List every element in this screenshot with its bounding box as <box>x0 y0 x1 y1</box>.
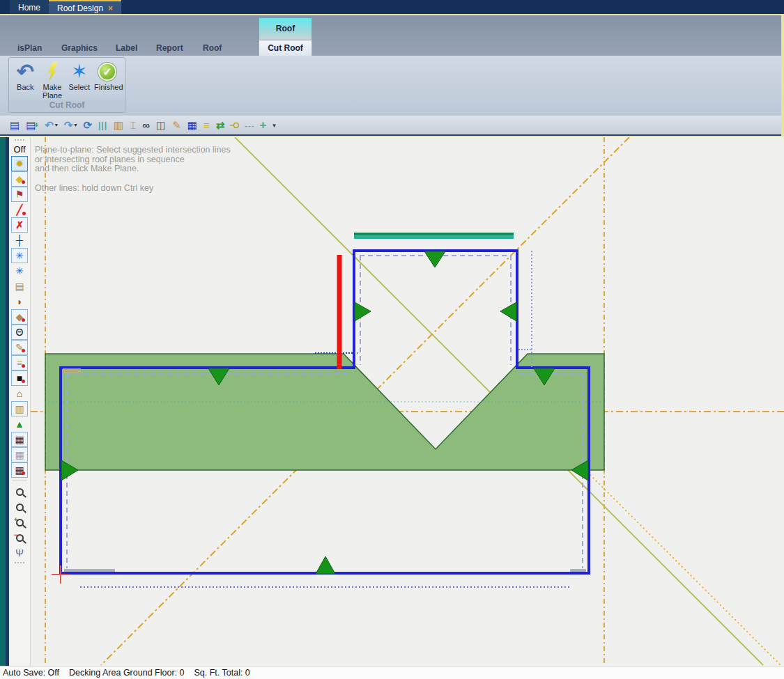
zoom-in-tool-icon[interactable]: + <box>11 515 28 530</box>
dashed-line-icon[interactable]: - - - <box>245 119 253 132</box>
more-icon[interactable]: ▾ <box>272 119 276 132</box>
ribbon-tab-cut-roof[interactable]: Cut Roof <box>259 40 312 57</box>
fan-tool-icon[interactable]: ▤ <box>11 279 28 294</box>
snap-cross-icon[interactable]: + <box>259 119 266 132</box>
window-chart-icon[interactable]: ▦ <box>187 120 197 130</box>
check-icon: ✓ <box>98 63 116 81</box>
window-light-tool-icon[interactable]: ▦ <box>11 447 28 462</box>
beams-icon[interactable]: ≡ <box>203 119 210 132</box>
undo-arrow-icon: ↶ <box>17 61 34 82</box>
pan-hand-tool-icon[interactable]: Ψ <box>11 545 28 561</box>
delete-line-tool-icon[interactable]: ✗ <box>11 217 28 233</box>
group-label-cut-roof: Cut Roof <box>9 100 125 111</box>
roll-tool-icon[interactable]: ▥ <box>11 401 28 416</box>
slope-arrow-right-upper <box>355 302 371 321</box>
burst-tool-icon[interactable]: ✹ <box>11 156 28 171</box>
status-decking-area: Decking Area Ground Floor: 0 <box>69 668 184 678</box>
flag-tool-icon[interactable]: ⚑ <box>11 187 28 202</box>
close-tab-icon[interactable]: × <box>108 3 113 13</box>
ribbon-tab-report[interactable]: Report <box>156 43 183 53</box>
window-dot-tool-icon[interactable]: ▦ <box>11 462 28 478</box>
ribbon-tab-isplan[interactable]: isPlan <box>17 43 42 53</box>
black-square-tool-icon[interactable]: ■ <box>11 370 28 386</box>
select-button[interactable]: ✶ Select <box>67 61 91 100</box>
status-bar: Auto Save: Off Decking Area Ground Floor… <box>0 666 784 679</box>
clamp-icon[interactable]: ⌶ <box>130 119 136 132</box>
contextual-tab-group: Roof Cut Roof <box>259 17 312 56</box>
key-icon[interactable]: ⚲ <box>231 119 238 132</box>
ribbon-body: ↶ Back Make Plane ✶ Select ✓ Finished <box>0 56 784 116</box>
slope-arrow-left-upper <box>500 302 516 321</box>
slope-arrow-down-upper <box>424 251 445 267</box>
tab-home[interactable]: Home <box>10 0 49 14</box>
starburst-icon: ✶ <box>71 62 87 81</box>
titlebar: Home Roof Design × <box>0 0 784 14</box>
ribbon-tab-strip: isPlan Graphics Label Report Roof Roof C… <box>0 15 784 56</box>
undo-icon[interactable]: ↶▾ <box>45 119 58 132</box>
ribbon-tab-roof[interactable]: Roof <box>203 43 222 53</box>
rays-boxed-tool-icon[interactable]: ✳ <box>11 248 28 263</box>
finished-button[interactable]: ✓ Finished <box>94 61 121 100</box>
columns-icon[interactable]: ||| <box>98 119 107 132</box>
canvas-instructions: Plane-to-plane: Select suggested interse… <box>35 146 258 193</box>
crosshair-tool-icon[interactable]: ┼ <box>11 233 28 248</box>
ridge-bar <box>354 233 514 239</box>
transfer-icon[interactable]: ⇄ <box>216 119 225 132</box>
ribbon-right-accent <box>781 14 784 136</box>
quick-access-toolbar: ▤ ▤+ ↶▾ ↷▾ ⟳ ||| ▥ ⌶ ∞ ◫ ✎ ▦ ≡ ⇄ ⚲ - - -… <box>0 116 784 136</box>
cut-roof-group: ↶ Back Make Plane ✶ Select ✓ Finished <box>8 57 125 113</box>
3d-glasses-icon[interactable]: ∞ <box>142 119 150 132</box>
measure-pencil-icon[interactable]: ✎ <box>172 119 181 132</box>
canvas-top-accent <box>0 136 784 137</box>
roll-icon[interactable]: ▥ <box>114 119 123 132</box>
beam-tool-icon[interactable]: ≡ <box>11 355 28 370</box>
make-plane-button[interactable]: Make Plane <box>40 61 65 100</box>
sidebar-grip-bottom[interactable] <box>15 562 24 565</box>
zoom-window-tool-icon[interactable] <box>11 499 28 515</box>
green-triangle-tool-icon[interactable]: ▲ <box>11 416 28 432</box>
slash-tool-icon[interactable]: ╱ <box>11 202 28 217</box>
save-icon[interactable]: ▤ <box>10 119 20 132</box>
theta-tool-icon[interactable]: Θ <box>11 325 28 340</box>
building-tool-icon[interactable]: ⌂ <box>11 386 28 401</box>
tab-roof-design[interactable]: Roof Design × <box>49 0 121 14</box>
slope-arrow-up-bottom <box>316 556 335 574</box>
off-toggle[interactable]: Off <box>13 144 25 155</box>
ribbon: isPlan Graphics Label Report Roof Roof C… <box>0 15 784 116</box>
ribbon-tab-label[interactable]: Label <box>116 43 137 53</box>
zoom-tool-icon[interactable] <box>11 484 28 499</box>
plane-pencil-tool-icon[interactable]: ✎ <box>11 340 28 355</box>
cone-tool-icon[interactable]: ◗ <box>11 294 28 309</box>
selected-roof-plane[interactable] <box>45 354 604 470</box>
back-button[interactable]: ↶ Back <box>13 61 38 100</box>
lightning-icon <box>47 62 58 81</box>
status-auto-save: Auto Save: Off <box>3 668 59 678</box>
redo-icon[interactable]: ↷▾ <box>64 119 77 132</box>
titlebar-accent-line <box>0 14 784 15</box>
zoom-out-tool-icon[interactable]: − <box>11 530 28 545</box>
3d-box-icon[interactable]: ◫ <box>156 119 166 132</box>
status-total: Sq. Ft. Total: 0 <box>194 668 249 678</box>
tool-sidebar: Off ✹ ◆ ⚑ ╱ ✗ ┼ ✳ ✳ ▤ ◗ ◆ Θ ✎ ≡ ■ ⌂ ▥ ▲ … <box>9 136 31 667</box>
sidebar-separator <box>12 481 27 481</box>
window-dark-tool-icon[interactable]: ▦ <box>11 432 28 447</box>
ribbon-tab-graphics[interactable]: Graphics <box>61 43 98 53</box>
save-add-icon[interactable]: ▤+ <box>26 119 38 132</box>
contextual-header-roof: Roof <box>259 17 312 40</box>
eraser-tool-icon[interactable]: ◆ <box>11 171 28 187</box>
sidebar-grip[interactable] <box>15 139 24 142</box>
rays-tool-icon[interactable]: ✳ <box>11 263 28 279</box>
refresh-icon[interactable]: ⟳ <box>83 119 92 132</box>
eraser2-tool-icon[interactable]: ◆ <box>11 309 28 325</box>
